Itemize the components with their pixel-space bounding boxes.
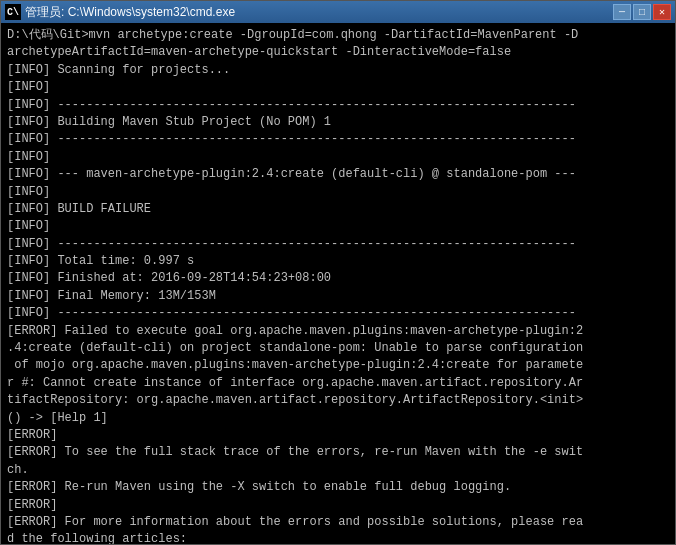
maximize-button[interactable]: □ — [633, 4, 651, 20]
title-bar-left: C\ 管理员: C:\Windows\system32\cmd.exe — [5, 4, 235, 21]
console-output: D:\代码\Git>mvn archetype:create -DgroupId… — [1, 23, 675, 544]
title-bar: C\ 管理员: C:\Windows\system32\cmd.exe ─ □ … — [1, 1, 675, 23]
close-button[interactable]: ✕ — [653, 4, 671, 20]
title-bar-controls: ─ □ ✕ — [613, 4, 671, 20]
title-bar-text: 管理员: C:\Windows\system32\cmd.exe — [25, 4, 235, 21]
minimize-button[interactable]: ─ — [613, 4, 631, 20]
window: C\ 管理员: C:\Windows\system32\cmd.exe ─ □ … — [0, 0, 676, 545]
cmd-icon: C\ — [5, 4, 21, 20]
cmd-window: C\ 管理员: C:\Windows\system32\cmd.exe ─ □ … — [0, 0, 676, 545]
